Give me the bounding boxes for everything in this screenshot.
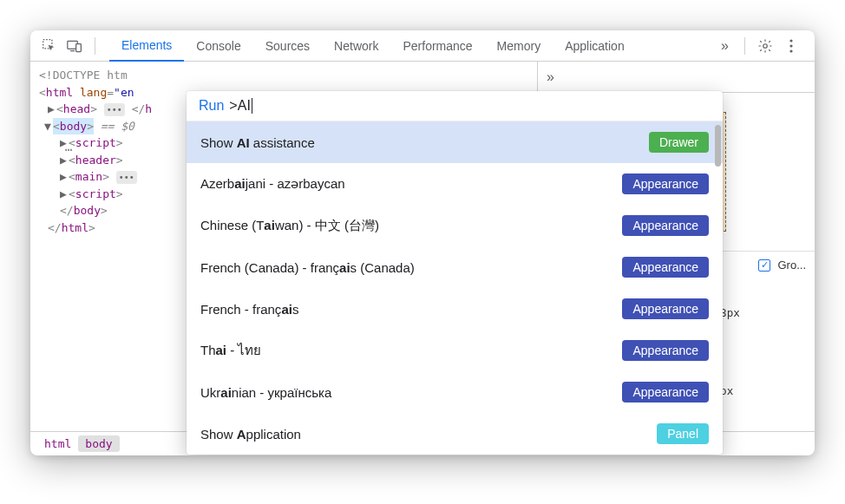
- toolbar-divider: [744, 37, 745, 55]
- svg-point-4: [763, 43, 768, 48]
- eq-label: == $0: [94, 120, 134, 133]
- command-item[interactable]: Show ApplicationPanel: [187, 413, 723, 455]
- tab-network[interactable]: Network: [322, 30, 390, 62]
- command-item[interactable]: Show AI assistanceDrawer: [187, 121, 723, 163]
- doctype: <!DOCTYPE htm: [39, 69, 128, 82]
- command-label: Azerbaijani - azərbaycan: [200, 176, 345, 192]
- tab-memory[interactable]: Memory: [485, 30, 554, 62]
- group-label: Gro...: [777, 259, 806, 272]
- command-item[interactable]: French (Canada) - français (Canada)Appea…: [187, 246, 723, 288]
- command-item[interactable]: Thai - ไทยAppearance: [187, 330, 723, 371]
- command-item[interactable]: French - françaisAppearance: [187, 288, 723, 330]
- tab-performance[interactable]: Performance: [390, 30, 484, 62]
- svg-point-5: [789, 39, 792, 42]
- command-badge: Appearance: [622, 298, 709, 319]
- command-badge: Appearance: [622, 382, 709, 403]
- command-badge: Appearance: [622, 257, 709, 278]
- command-badge: Appearance: [622, 215, 709, 236]
- svg-point-6: [789, 44, 792, 47]
- device-toggle-icon[interactable]: [64, 36, 85, 56]
- svg-rect-3: [76, 43, 82, 51]
- command-label: Thai - ไทย: [200, 340, 261, 361]
- head-tag: head: [63, 102, 90, 115]
- command-item[interactable]: Ukrainian - українськаAppearance: [187, 371, 723, 413]
- script-tag: script: [75, 187, 116, 200]
- kebab-menu-icon[interactable]: [781, 36, 802, 56]
- selected-node[interactable]: <body>: [53, 118, 94, 135]
- command-label: Show AI assistance: [200, 135, 315, 150]
- gear-icon[interactable]: [755, 36, 776, 56]
- body-tag: body: [60, 120, 87, 133]
- crumb-html[interactable]: html: [37, 435, 78, 452]
- command-label: Chinese (Taiwan) - 中文 (台灣): [200, 218, 379, 234]
- command-palette: Run >AI Show AI assistanceDrawerAzerbaij…: [187, 91, 723, 455]
- input-prefix: Run: [199, 98, 224, 114]
- ellipsis-icon[interactable]: •••: [116, 171, 137, 184]
- caret-icon: [252, 98, 252, 114]
- command-label: French (Canada) - français (Canada): [200, 260, 415, 275]
- side-tabs-overflow[interactable]: »: [538, 62, 815, 93]
- attr-value: "en: [114, 86, 134, 99]
- command-badge: Appearance: [622, 173, 709, 194]
- command-label: French - français: [200, 302, 298, 317]
- inspect-icon[interactable]: [38, 36, 59, 56]
- command-badge: Drawer: [649, 132, 709, 153]
- html-tag: html: [46, 86, 73, 99]
- command-item[interactable]: Azerbaijani - azərbaycanAppearance: [187, 163, 723, 205]
- ellipsis-icon[interactable]: •••: [104, 103, 125, 116]
- header-tag: header: [75, 154, 116, 167]
- tab-sources[interactable]: Sources: [253, 30, 322, 62]
- command-badge: Panel: [657, 423, 709, 444]
- script-tag: script: [75, 136, 116, 149]
- command-list: Show AI assistanceDrawerAzerbaijani - az…: [187, 121, 723, 455]
- tab-application[interactable]: Application: [553, 30, 637, 62]
- main-toolbar: ElementsConsoleSourcesNetworkPerformance…: [30, 30, 815, 62]
- html-close-tag: html: [62, 221, 88, 234]
- gutter-dots-icon: ⋯: [65, 141, 72, 159]
- crumb-body[interactable]: body: [78, 435, 119, 452]
- panel-tabs: ElementsConsoleSourcesNetworkPerformance…: [109, 30, 712, 62]
- group-checkbox[interactable]: ✓: [758, 259, 770, 272]
- command-label: Ukrainian - українська: [200, 385, 331, 400]
- devtools-window: ElementsConsoleSourcesNetworkPerformance…: [30, 30, 815, 455]
- attr-name: lang: [80, 86, 107, 99]
- tab-console[interactable]: Console: [184, 30, 252, 62]
- input-query: >AI: [229, 98, 250, 114]
- tag-close-frag: h: [145, 102, 152, 115]
- tabs-overflow-icon[interactable]: »: [712, 38, 737, 54]
- main-tag: main: [75, 170, 102, 183]
- body-close-tag: body: [74, 204, 101, 217]
- scrollbar[interactable]: [715, 125, 721, 167]
- command-input[interactable]: Run >AI: [187, 91, 723, 121]
- svg-point-7: [789, 49, 792, 52]
- toolbar-divider: [95, 37, 95, 55]
- command-item[interactable]: Chinese (Taiwan) - 中文 (台灣)Appearance: [187, 205, 723, 246]
- command-badge: Appearance: [622, 340, 709, 361]
- command-label: Show Application: [200, 427, 301, 442]
- tab-elements[interactable]: Elements: [109, 30, 184, 62]
